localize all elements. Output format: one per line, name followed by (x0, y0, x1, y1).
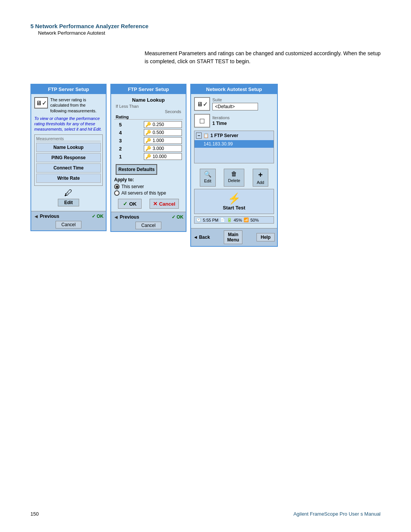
edit-button[interactable]: Edit (58, 199, 80, 206)
iterations-icon-symbol: □ (200, 117, 204, 125)
panel2-body: Name Lookup If Less Than Seconds Rating … (111, 94, 186, 212)
main-menu-button[interactable]: MainMenu (224, 230, 242, 244)
delete-server-button[interactable]: 🗑 Delete (224, 169, 244, 187)
panel2-ok-nav-button[interactable]: ✓ OK (172, 214, 183, 220)
threshold-icon-4: 🔑 (145, 130, 151, 135)
start-test-icon: ⚡ (198, 192, 271, 205)
edit-server-button[interactable]: 🔍 Edit (200, 169, 216, 187)
server-tree-spacer (194, 148, 274, 163)
measurement-item-write[interactable]: Write Rate (36, 174, 101, 183)
start-test-area[interactable]: ⚡ Start Test (194, 189, 274, 214)
chapter-ref: 5 Network Performance Analyzer Reference (30, 23, 148, 29)
server-tree-header: − 📋 1 FTP Server (194, 131, 274, 140)
suite-icon-symbol: 🖥✓ (197, 101, 208, 108)
threshold-row-3: 3 🔑 1.000 (114, 137, 183, 144)
panel2-ok-button[interactable]: ✓ OK (118, 199, 142, 209)
panel2-cancel-button[interactable]: ✕ Cancel (150, 199, 179, 209)
server-tree-label: 1 FTP Server (210, 133, 238, 138)
panel2-nav-cancel-button[interactable]: Cancel (135, 222, 161, 229)
name-lookup-title: Name Lookup (114, 97, 183, 103)
panel1-ok-button[interactable]: ✓ OK (92, 214, 104, 219)
suite-label-text: Suite (212, 97, 258, 102)
cancel-x-icon: ✕ (153, 201, 158, 207)
panel-ftp-server-setup-left: FTP Server Setup 🖥✓ The server rating is… (30, 84, 107, 231)
delete-server-label: Delete (228, 178, 240, 183)
measurement-item-connect[interactable]: Connect Time (36, 163, 101, 173)
suite-dropdown[interactable]: <Default> (212, 103, 258, 110)
suite-label-col: Suite <Default> (212, 97, 258, 110)
status-time: 5:55 PM (203, 218, 218, 222)
this-server-label: This server (121, 184, 144, 189)
ok-check-icon: ✓ (92, 214, 96, 219)
tree-collapse-icon[interactable]: − (196, 133, 202, 139)
threshold-value-3: 1.000 (153, 138, 164, 143)
panel-network-autotest-setup: Network Autotest Setup 🖥✓ Suite <Default… (190, 84, 278, 247)
edit-link[interactable]: Edit (93, 127, 100, 131)
delete-server-icon: 🗑 (231, 171, 237, 177)
server-rating-icon: 🖥✓ (34, 97, 48, 109)
threshold-input-5[interactable]: 🔑 0.250 (144, 121, 182, 128)
panel2-title: FTP Server Setup (111, 85, 186, 94)
panel2-nav: ◄ Previous ✓ OK Cancel (111, 212, 186, 231)
restore-defaults-button[interactable]: Restore Defaults (116, 164, 157, 175)
panel3-nav: ◄ Back MainMenu Help (191, 228, 277, 246)
edit-server-icon: 🔍 (204, 171, 212, 178)
battery-icon: 🔋 (227, 217, 232, 222)
threshold-input-1[interactable]: 🔑 10.000 (144, 153, 182, 160)
page-header: 5 Network Performance Analyzer Reference… (30, 23, 148, 36)
threshold-rating-5: 5 (115, 122, 122, 128)
chapter-number: 5 (30, 23, 33, 29)
iterations-value: 1 Time (212, 121, 229, 126)
threshold-input-2[interactable]: 🔑 3.000 (144, 145, 182, 152)
page-footer: 150 Agilent FrameScope Pro User s Manual (0, 511, 411, 517)
panel1-cancel-button[interactable]: Cancel (56, 221, 81, 228)
server-icon-symbol: 🖥✓ (36, 99, 47, 107)
ok-check-icon: ✓ (123, 201, 127, 207)
back-button[interactable]: ◄ Back (193, 235, 210, 240)
rating-header-row: Rating (114, 115, 183, 120)
back-arrow-icon: ◄ (193, 235, 198, 240)
threshold-icon-2: 🔑 (145, 146, 151, 151)
battery-percentage: 45% (234, 218, 242, 222)
all-servers-label: All servers of this type (121, 190, 166, 196)
add-server-label: Add (257, 180, 264, 185)
this-server-radio[interactable]: This server (114, 184, 183, 189)
edit-row: 🖊 Edit (34, 188, 103, 206)
threshold-rating-3: 3 (115, 138, 122, 144)
suite-icon: 🖥✓ (194, 97, 210, 111)
if-less-than-label: If Less Than (114, 104, 183, 109)
threshold-row-5: 5 🔑 0.250 (114, 121, 183, 128)
iterations-label-text: Iterations (212, 115, 229, 120)
edit-icon: 🖊 (64, 188, 73, 198)
edit-server-label: Edit (204, 179, 211, 183)
intro-text: Measurement Parameters and ratings can b… (145, 50, 381, 66)
seconds-label: Seconds (114, 109, 183, 114)
panel1-nav-top: ◄ Previous ✓ OK (33, 213, 104, 219)
panel1-description2: To view or change the performance rating… (34, 116, 103, 132)
tree-actions: 🔍 Edit 🗑 Delete + Add (194, 166, 274, 189)
panel2-previous-button[interactable]: ◄ Previous (113, 214, 139, 220)
all-servers-radio[interactable]: All servers of this type (114, 190, 183, 196)
threshold-input-3[interactable]: 🔑 1.000 (144, 137, 182, 144)
help-button[interactable]: Help (256, 233, 275, 241)
threshold-row-4: 4 🔑 0.500 (114, 129, 183, 136)
panel1-cancel-row: Cancel (33, 221, 104, 228)
ok-cancel-row: ✓ OK ✕ Cancel (114, 199, 183, 209)
threshold-icon-5: 🔑 (145, 122, 151, 127)
threshold-input-4[interactable]: 🔑 0.500 (144, 129, 182, 136)
this-server-radio-circle[interactable] (114, 184, 119, 189)
clock-icon: 🕐 (196, 217, 201, 222)
add-server-button[interactable]: + Add (253, 169, 269, 187)
threshold-value-2: 3.000 (153, 146, 164, 151)
panel1-icon-row: 🖥✓ The server rating is calculated from … (34, 97, 103, 113)
server-selected-item[interactable]: 141.183.30.99 (194, 140, 274, 148)
panel1-title: FTP Server Setup (31, 85, 106, 94)
document-icon: 📄 (220, 217, 225, 222)
previous-arrow-icon: ◄ (113, 214, 119, 220)
all-servers-radio-circle[interactable] (114, 190, 119, 196)
measurement-item-name-lookup[interactable]: Name Lookup (36, 143, 101, 152)
status-bar: 🕐 5:55 PM 📄 🔋 45% 📶 50% (194, 216, 274, 224)
panel1-previous-button[interactable]: ◄ Previous (33, 213, 59, 219)
panel1-body: 🖥✓ The server rating is calculated from … (31, 94, 106, 211)
measurement-item-ping[interactable]: PING Response (36, 153, 101, 162)
